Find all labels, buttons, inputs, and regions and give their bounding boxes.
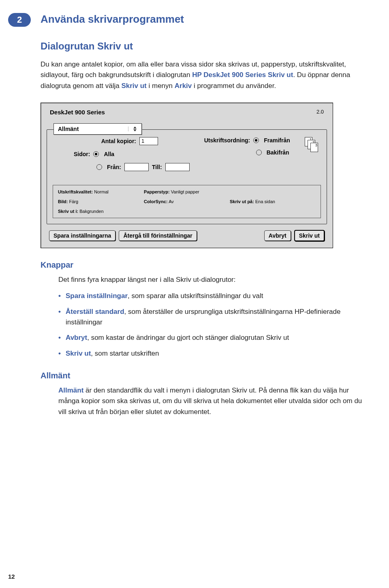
intro-mid2: i menyn [147, 82, 175, 90]
list-item: Spara inställningar, som sparar alla uts… [58, 291, 365, 301]
allmant-text: är den standardflik du valt i menyn i di… [58, 386, 362, 416]
list-item: Återställ standard, som återställer de u… [58, 307, 365, 328]
info-image-value: Färg [69, 199, 79, 204]
order-front-label: Framifrån [264, 137, 290, 144]
order-label: Utskriftsordning: [204, 137, 250, 144]
knappar-list: Spara inställningar, som sparar alla uts… [58, 291, 365, 359]
pages-all-radio[interactable] [93, 151, 99, 157]
info-printin-value: Bakgrunden [79, 209, 103, 214]
copies-input[interactable]: 1 [139, 137, 158, 145]
info-printin-label: Skriv ut i: [58, 209, 78, 214]
info-grid: Utskriftskvalitet: Normal Papperstyp: Va… [53, 185, 321, 218]
page-number: 12 [8, 573, 15, 580]
list-item: Skriv ut, som startar utskriften [58, 348, 365, 359]
updown-icon [128, 127, 139, 131]
info-paper-label: Papperstyp: [144, 189, 170, 194]
allmant-bold: Allmänt [58, 386, 83, 394]
panel-selector-label: Allmänt [58, 126, 79, 132]
chapter-badge: 2 [8, 13, 31, 27]
list-item: Avbryt, som kastar de ändringar du gjort… [58, 333, 365, 343]
print-button[interactable]: Skriv ut [294, 230, 325, 241]
product-name: HP DeskJet 900 Series Skriv ut [192, 71, 293, 79]
info-colorsync-value: Av [169, 199, 174, 204]
info-quality-value: Normal [94, 189, 108, 194]
order-back-radio[interactable] [256, 150, 262, 155]
pages-to-label: Till: [152, 164, 162, 170]
intro-paragraph: Du kan ange antalet kopior, om alla elle… [41, 59, 365, 91]
order-back-label: Bakifrån [267, 149, 289, 156]
bullet-bold: Avbryt [66, 334, 87, 341]
order-front-radio[interactable] [253, 137, 259, 143]
panel-selector[interactable]: Allmänt [53, 123, 142, 135]
dialog-title: DeskJet 900 Series [50, 109, 105, 116]
bullet-bold: Spara inställningar [66, 292, 128, 300]
bullet-rest: , som sparar alla utskriftsinställningar… [128, 292, 263, 300]
allmant-title: Allmänt [41, 371, 365, 380]
menu-name: Arkiv [175, 82, 192, 90]
info-colorsync-label: ColorSync: [144, 199, 168, 204]
info-side-value: Ena sidan [255, 199, 275, 204]
dialog-group: Allmänt Antal kopior: 1 Sidor: [47, 129, 327, 224]
bullet-rest: , som startar utskriften [91, 350, 159, 357]
bullet-rest: , som kastar de ändringar du gjort och s… [87, 334, 289, 341]
pages-from-label: Från: [107, 164, 121, 170]
pages-from-input[interactable] [124, 163, 149, 171]
allmant-body: Allmänt är den standardflik du valt i me… [58, 385, 365, 417]
chapter-title: Använda skrivarprogrammet [41, 13, 184, 26]
bullet-bold: Skriv ut [66, 350, 91, 357]
dialog-version: 2.0 [316, 109, 324, 116]
info-paper-value: Vanligt papper [171, 189, 199, 194]
info-side-label: Skriv ut på: [230, 199, 254, 204]
knappar-title: Knappar [41, 260, 365, 270]
info-quality-label: Utskriftskvalitet: [58, 189, 93, 194]
pages-all-label: Alla [104, 151, 114, 157]
pages-label: Sidor: [74, 151, 90, 157]
save-settings-button[interactable]: Spara inställningarna [49, 230, 115, 241]
intro-tail: i programmet du använder. [192, 82, 276, 90]
bullet-bold: Återställ standard [66, 308, 124, 315]
command-name: Skriv ut [121, 82, 146, 90]
copies-label: Antal kopior: [101, 138, 136, 144]
cancel-button[interactable]: Avbryt [264, 230, 291, 241]
pages-from-radio[interactable] [96, 164, 102, 170]
pages-to-input[interactable] [165, 163, 190, 171]
page-order-icon: 1 2 3 [305, 137, 321, 153]
section-title: Dialogrutan Skriv ut [41, 41, 365, 52]
knappar-lead: Det finns fyra knappar längst ner i alla… [58, 275, 365, 285]
restore-defaults-button[interactable]: Återgå till förinställningar [119, 230, 197, 241]
print-dialog: DeskJet 900 Series 2.0 Allmänt Antal kop… [41, 103, 333, 248]
info-image-label: Bild: [58, 199, 68, 204]
